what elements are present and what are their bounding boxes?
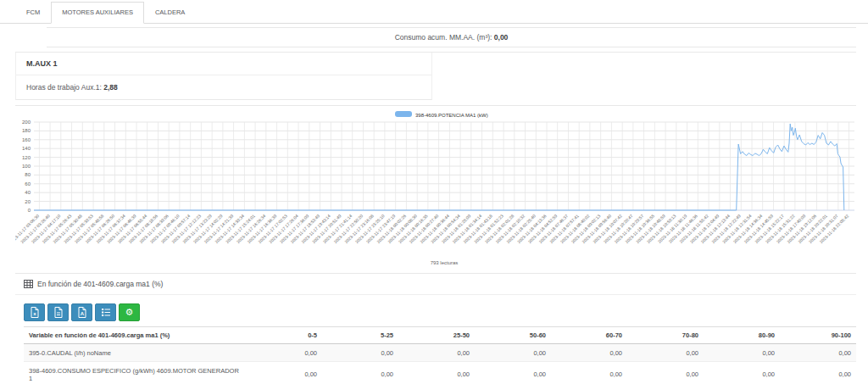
distribution-table-head: Variable en función de 401-4609.carga ma…: [24, 327, 856, 344]
row-value: 0,00: [551, 344, 627, 362]
maux-group: M.AUX 1 Horas de trabajo Aux.1: 2,88: [15, 52, 856, 100]
header-bin: 60-70: [551, 327, 627, 344]
maux-hours-value: 2,88: [103, 83, 118, 92]
row-value: 0,00: [475, 344, 551, 362]
row-value: 0,00: [627, 362, 704, 384]
svg-text:60: 60: [25, 181, 31, 186]
table-row: 395-0.CAUDAL (l/h) noName0,000,000,000,0…: [24, 344, 856, 362]
row-value: 0,00: [780, 344, 856, 362]
consumo-label: Consumo acum. MM.AA. (m³):: [395, 33, 492, 42]
table-header-row: Variable en función de 401-4609.carga ma…: [24, 327, 856, 344]
header-bin: 90-100: [780, 327, 856, 344]
consumo-summary-bar: Consumo acum. MM.AA. (m³): 0,00: [47, 27, 856, 47]
svg-text:A: A: [80, 311, 84, 316]
maux-hours-label: Horas de trabajo Aux.1:: [26, 83, 102, 92]
svg-text:120: 120: [22, 155, 31, 160]
svg-text:398-4609.POTENCIA MA1 (kW): 398-4609.POTENCIA MA1 (kW): [415, 113, 488, 118]
row-value: 0,00: [704, 344, 780, 362]
row-value: 0,00: [475, 362, 551, 384]
row-value: 0,00: [246, 344, 322, 362]
tab-bar: FCM MOTORES AUXILIARES CALDERA: [0, 0, 868, 24]
list-icon: [101, 308, 111, 317]
tab-motores-auxiliares[interactable]: MOTORES AUXILIARES: [51, 2, 144, 24]
header-bin: 50-60: [475, 327, 551, 344]
section-divider: [15, 294, 856, 295]
consumo-value: 0,00: [494, 33, 509, 42]
potencia-chart[interactable]: 2023-11-17 03:06:302023-11-17 03:26:4020…: [15, 109, 856, 271]
row-value: 0,00: [551, 362, 627, 384]
maux-panel-title: M.AUX 1: [16, 53, 431, 75]
header-bin: 5-25: [322, 327, 398, 344]
settings-button[interactable]: ⚙: [119, 303, 140, 321]
header-bin: 70-80: [627, 327, 704, 344]
tab-fcm[interactable]: FCM: [15, 2, 51, 24]
header-bin: 25-50: [398, 327, 475, 344]
svg-text:100: 100: [22, 164, 31, 169]
row-label: 398-4609.CONSUMO ESPECIFICO (g/kWh) 4609…: [24, 362, 246, 384]
excel-export-button[interactable]: x: [24, 303, 45, 321]
svg-text:180: 180: [22, 128, 31, 133]
row-value: 0,00: [780, 362, 856, 384]
svg-text:80: 80: [25, 172, 31, 177]
svg-text:0: 0: [28, 208, 31, 213]
svg-text:40: 40: [25, 190, 31, 195]
svg-text:160: 160: [22, 137, 31, 142]
row-label: 395-0.CAUDAL (l/h) noName: [24, 344, 246, 362]
file-pdf-icon: A: [78, 307, 86, 318]
function-section-title: En función de 401-4609.carga ma1 (%): [37, 280, 163, 288]
row-value: 0,00: [246, 362, 322, 384]
file-text-icon: [54, 307, 63, 318]
svg-text:x: x: [33, 311, 36, 316]
row-value: 0,00: [704, 362, 780, 384]
svg-text:140: 140: [22, 146, 31, 151]
table-icon: [24, 280, 33, 288]
potencia-chart-section: 2023-11-17 03:06:302023-11-17 03:26:4020…: [15, 105, 856, 274]
export-toolbar: x A ⚙: [24, 303, 868, 321]
svg-text:793 lecturas: 793 lecturas: [431, 260, 459, 265]
file-excel-icon: x: [31, 307, 39, 318]
row-value: 0,00: [322, 344, 398, 362]
maux-panel: M.AUX 1 Horas de trabajo Aux.1: 2,88: [15, 53, 432, 100]
row-value: 0,00: [627, 344, 704, 362]
pdf-export-button[interactable]: A: [71, 303, 92, 321]
header-bin: 80-90: [704, 327, 780, 344]
svg-text:20: 20: [25, 199, 31, 204]
header-variable: Variable en función de 401-4609.carga ma…: [24, 327, 246, 344]
function-section-header: En función de 401-4609.carga ma1 (%): [24, 280, 856, 288]
row-value: 0,00: [322, 362, 398, 384]
row-value: 0,00: [398, 344, 475, 362]
row-value: 0,00: [398, 362, 475, 384]
list-view-button[interactable]: [95, 303, 116, 321]
header-bin: 0-5: [246, 327, 322, 344]
distribution-table: Variable en función de 401-4609.carga ma…: [24, 326, 856, 384]
maux-hours: Horas de trabajo Aux.1: 2,88: [16, 75, 431, 99]
tab-caldera[interactable]: CALDERA: [144, 2, 196, 24]
csv-export-button[interactable]: [47, 303, 69, 321]
distribution-table-body: 395-0.CAUDAL (l/h) noName0,000,000,000,0…: [24, 344, 856, 384]
svg-text:200: 200: [22, 120, 31, 125]
table-row: 398-4609.CONSUMO ESPECIFICO (g/kWh) 4609…: [24, 362, 856, 384]
gear-icon: ⚙: [125, 308, 134, 317]
